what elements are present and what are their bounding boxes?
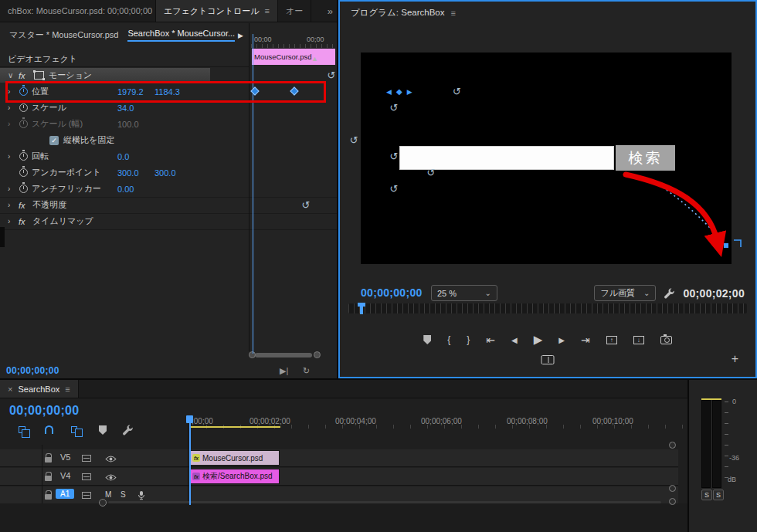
mark-in-button[interactable]: { (447, 334, 450, 345)
track-scroll-handle[interactable] (669, 485, 676, 492)
track-scroll-handle[interactable] (669, 442, 676, 449)
reset-icon[interactable]: ↺ (387, 102, 401, 114)
effect-row-opacity[interactable]: › fx 不透明度 ↺ (0, 197, 249, 213)
panel-menu-icon[interactable]: ≡ (65, 385, 70, 394)
track-row-v4[interactable]: V4 (0, 468, 678, 486)
zoom-level-dropdown[interactable]: 25 % ⌄ (431, 285, 497, 301)
effect-keyframe-lane[interactable]: 00;00 00;00 MouseCursor.psd (249, 23, 337, 351)
timeline-timecode[interactable]: 00;00;00;00 (9, 404, 79, 418)
playback-quality-dropdown[interactable]: フル画質 ⌄ (594, 285, 656, 301)
effect-row-uniform-scale[interactable]: ✓ 縦横比を固定 ↺ (0, 132, 249, 148)
settings-wrench-icon[interactable] (664, 287, 675, 299)
fx-badge[interactable]: fx (192, 473, 200, 480)
nest-toggle-icon[interactable] (19, 426, 25, 433)
stopwatch-icon[interactable] (19, 103, 28, 112)
reset-icon[interactable]: ↺ (387, 183, 401, 195)
lock-icon[interactable] (45, 476, 52, 481)
tab-sequence-searchbox[interactable]: × SearchBox ≡ (0, 380, 79, 398)
effect-row-anchor-point[interactable]: アンカーポイント 300.0 300.0 ↺ (0, 164, 249, 181)
effect-controls-timecode[interactable]: 00;00;00;00 (6, 365, 59, 376)
sync-lock-icon[interactable] (82, 473, 91, 480)
program-video-frame[interactable]: 検索 (361, 53, 732, 264)
anchor-y-value[interactable]: 300.0 (154, 168, 192, 178)
anchor-x-value[interactable]: 300.0 (117, 168, 154, 178)
extract-button[interactable]: ↓ (633, 336, 644, 344)
antiflicker-value[interactable]: 0.00 (117, 185, 154, 194)
tab-effect-controls[interactable]: エフェクトコントロール ≡ (156, 0, 278, 22)
tab-program-monitor[interactable]: プログラム: SearchBox ≡ (351, 7, 456, 19)
eye-icon[interactable] (105, 455, 117, 464)
section-video-effects[interactable]: ビデオエフェクト ▲ (0, 51, 249, 67)
tab-audio-clip-mixer[interactable]: オー (278, 0, 311, 22)
reset-icon[interactable]: ↺ (387, 151, 401, 162)
reset-icon[interactable]: ↺ (299, 199, 313, 211)
play-icon[interactable]: ▶ (238, 32, 243, 39)
meter-solo-right-button[interactable]: S (713, 490, 724, 500)
program-playhead[interactable] (360, 303, 363, 314)
scrollbar-handle[interactable] (314, 351, 321, 358)
meter-solo-left-button[interactable]: S (701, 490, 712, 500)
tab-overflow-icon[interactable]: » (328, 5, 333, 17)
clip-mousecursor[interactable]: fx MouseCursor.psd (189, 450, 280, 466)
track-row-v5[interactable]: V5 (0, 449, 678, 467)
button-editor-plus[interactable]: + (732, 352, 738, 366)
goto-out-button[interactable]: ⇥ (581, 334, 590, 346)
twirl-icon[interactable]: › (8, 103, 19, 112)
snap-magnet-icon[interactable] (45, 425, 53, 434)
tab-source-monitor[interactable]: chBox: MouseCursor.psd: 00;00;00;00 (0, 0, 156, 22)
program-current-timecode[interactable]: 00;00;00;00 (361, 286, 423, 299)
effect-row-rotation[interactable]: › 回転 0.0 ↺ (0, 148, 249, 164)
hscroll-handle[interactable] (99, 499, 107, 507)
reset-icon[interactable]: ↺ (347, 134, 361, 146)
scale-value[interactable]: 34.0 (117, 103, 154, 113)
twirl-icon[interactable]: ∨ (8, 71, 19, 80)
twirl-icon[interactable]: › (8, 152, 19, 161)
comparison-view-button[interactable] (541, 355, 555, 364)
mic-icon[interactable] (137, 490, 145, 502)
sequence-clip-label[interactable]: SearchBox * MouseCursor... (127, 29, 235, 42)
solo-button[interactable]: S (121, 490, 126, 499)
mark-out-button[interactable]: } (467, 334, 470, 345)
sync-lock-icon[interactable] (82, 492, 91, 499)
lock-icon[interactable] (45, 457, 52, 463)
sync-lock-icon[interactable] (82, 455, 91, 462)
twirl-icon[interactable]: › (8, 185, 19, 193)
eye-icon[interactable] (105, 473, 117, 483)
step-back-button[interactable]: ◀ (511, 336, 518, 344)
hscroll-track[interactable] (108, 501, 661, 503)
effect-row-antiflicker[interactable]: › アンチフリッカー 0.00 ↺ (0, 181, 249, 197)
goto-in-button[interactable]: ⇤ (486, 334, 495, 346)
linked-selection-icon[interactable] (71, 426, 77, 433)
rotation-value[interactable]: 0.0 (117, 152, 154, 161)
program-inout-duration[interactable]: 00;00;02;00 (683, 287, 745, 300)
effect-lane-scrollbar[interactable] (255, 353, 312, 357)
export-frame-button[interactable] (660, 336, 672, 344)
panel-menu-icon[interactable]: ≡ (451, 8, 456, 18)
reset-icon[interactable]: ↺ (424, 167, 438, 178)
twirl-icon[interactable]: › (8, 217, 19, 225)
lift-button[interactable]: ↑ (606, 336, 617, 344)
master-clip-label[interactable]: マスター * MouseCursor.psd (9, 29, 118, 41)
add-marker-icon[interactable] (99, 425, 107, 435)
twirl-icon[interactable]: › (8, 201, 19, 209)
add-marker-button[interactable] (423, 335, 431, 344)
close-icon[interactable]: × (8, 385, 12, 394)
play-audio-icon[interactable]: ▶| (280, 366, 288, 376)
loop-icon[interactable]: ↻ (303, 366, 310, 376)
docked-panel-edge[interactable] (0, 227, 5, 247)
step-forward-button[interactable]: ▶ (558, 336, 565, 344)
timeline-settings-wrench-icon[interactable] (122, 424, 134, 437)
next-keyframe-button[interactable]: ▶ (407, 88, 412, 96)
reset-icon[interactable]: ↺ (324, 69, 338, 81)
track-label[interactable]: A1 (56, 489, 74, 499)
track-label[interactable]: V5 (60, 452, 70, 462)
collapse-icon[interactable]: ▲ (311, 55, 318, 63)
fx-badge[interactable]: fx (192, 454, 200, 462)
mini-clip-bar[interactable]: MouseCursor.psd (252, 49, 335, 65)
mute-button[interactable]: M (105, 490, 111, 499)
stopwatch-icon[interactable] (19, 152, 28, 161)
prev-keyframe-button[interactable]: ◀ (386, 88, 392, 96)
stopwatch-icon[interactable] (19, 168, 28, 177)
track-scroll-handle[interactable] (669, 498, 676, 505)
panel-menu-icon[interactable]: ≡ (265, 6, 270, 15)
